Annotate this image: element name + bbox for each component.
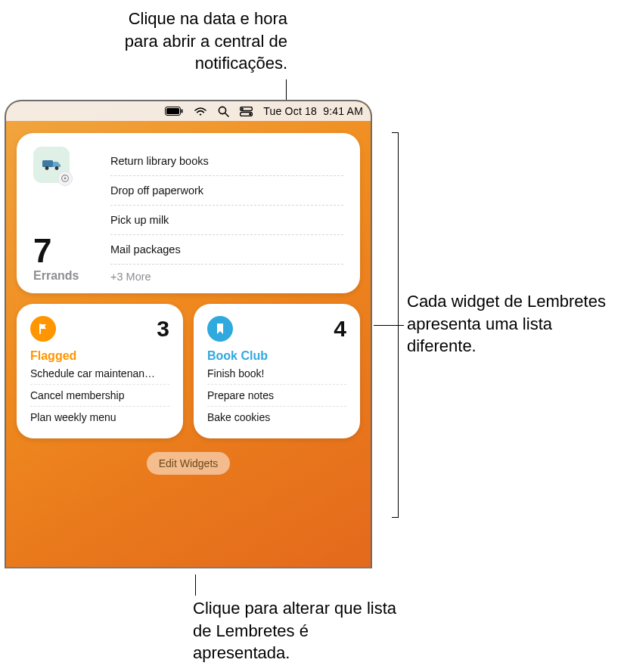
menubar-time: 9:41 AM (323, 105, 363, 117)
reminders-widget-errands[interactable]: 7 Errands Return library books Drop off … (17, 133, 360, 293)
svg-point-13 (64, 178, 67, 180)
menubar: Tue Oct 18 9:41 AM (6, 101, 371, 121)
notification-center: 7 Errands Return library books Drop off … (6, 121, 371, 484)
bookclub-list-name: Book Club (207, 349, 346, 363)
search-icon[interactable] (218, 106, 229, 117)
widget-row: 3 Flagged Schedule car maintenan… Cancel… (17, 304, 360, 438)
gear-icon (57, 171, 73, 186)
svg-point-11 (55, 166, 59, 170)
leader-line (195, 574, 196, 596)
reminder-item[interactable]: Bake cookies (207, 407, 346, 428)
reminders-widget-flagged[interactable]: 3 Flagged Schedule car maintenan… Cancel… (17, 304, 183, 438)
flagged-count: 3 (157, 316, 169, 342)
svg-point-3 (219, 107, 226, 113)
reminder-item[interactable]: Return library books (110, 147, 343, 176)
menubar-date: Tue Oct 18 (263, 105, 317, 117)
callout-widgets: Cada widget de Lembretes apresenta uma l… (407, 290, 619, 358)
errands-items: Return library books Drop off paperwork … (110, 147, 343, 283)
flag-icon (30, 316, 56, 342)
bookclub-count: 4 (334, 316, 346, 342)
svg-rect-2 (182, 110, 183, 113)
callout-datetime: Clique na data e hora para abrir a centr… (91, 8, 287, 75)
reminder-item[interactable]: Prepare notes (207, 385, 346, 407)
svg-point-6 (241, 107, 244, 110)
leader-line (392, 132, 398, 133)
svg-rect-1 (166, 108, 179, 114)
battery-icon[interactable] (165, 107, 183, 116)
mac-desktop: Tue Oct 18 9:41 AM 7 (5, 100, 372, 568)
reminder-item[interactable]: Pick up milk (110, 206, 343, 235)
edit-widgets-button[interactable]: Edit Widgets (147, 452, 231, 475)
widget-left-column: 7 Errands (33, 147, 92, 283)
reminders-widget-bookclub[interactable]: 4 Book Club Finish book! Prepare notes B… (194, 304, 360, 438)
flagged-list-name: Flagged (30, 349, 169, 363)
svg-point-8 (249, 113, 251, 115)
svg-line-4 (225, 113, 228, 116)
errands-count: 7 (33, 234, 92, 268)
control-center-icon[interactable] (240, 107, 253, 116)
widget-header: 3 (30, 316, 169, 342)
reminder-item[interactable]: Mail packages (110, 235, 343, 265)
bookmark-icon (207, 316, 233, 342)
callout-edit-widgets: Clique para alterar que lista de Lembret… (193, 597, 405, 664)
more-link[interactable]: +3 More (110, 265, 343, 283)
reminder-item[interactable]: Finish book! (207, 363, 346, 385)
errands-list-name: Errands (33, 269, 92, 283)
wifi-icon[interactable] (194, 107, 207, 116)
menubar-clock[interactable]: Tue Oct 18 9:41 AM (263, 105, 363, 117)
reminder-item[interactable]: Drop off paperwork (110, 176, 343, 206)
leader-line (392, 517, 398, 518)
reminder-item[interactable]: Cancel membership (30, 385, 169, 407)
widget-header: 4 (207, 316, 346, 342)
reminder-item[interactable]: Schedule car maintenan… (30, 363, 169, 385)
leader-line (374, 325, 404, 326)
errands-list-icon (33, 147, 70, 183)
svg-rect-9 (42, 160, 53, 167)
svg-point-10 (45, 166, 49, 170)
reminder-item[interactable]: Plan weekly menu (30, 407, 169, 428)
